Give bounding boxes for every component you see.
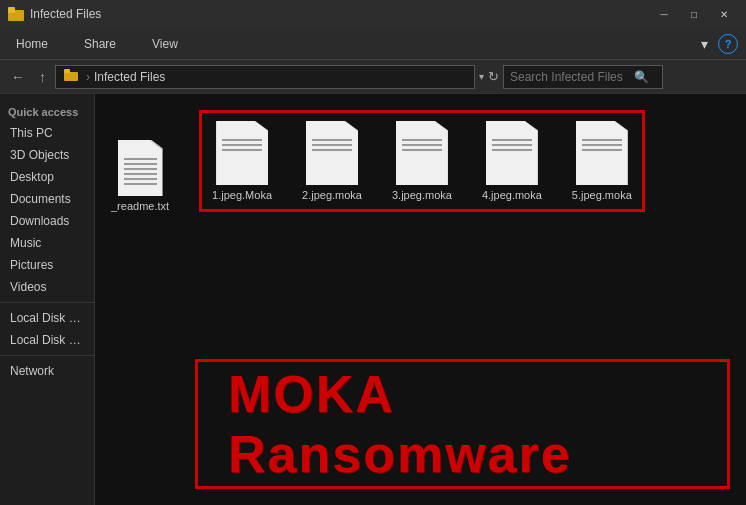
ribbon-tab-share[interactable]: Share xyxy=(76,33,124,55)
svg-rect-3 xyxy=(64,72,78,81)
doc-line xyxy=(492,149,532,151)
search-box[interactable]: 🔍 xyxy=(503,65,663,89)
doc-line xyxy=(124,183,157,185)
minimize-button[interactable]: ─ xyxy=(650,4,678,24)
file-icon-moka-3 xyxy=(396,121,448,185)
file-label-moka-4: 4.jpeg.moka xyxy=(482,189,542,201)
doc-line xyxy=(124,163,157,165)
doc-line xyxy=(492,139,532,141)
sidebar-item-this-pc[interactable]: This PC xyxy=(0,122,94,144)
doc-line xyxy=(582,149,622,151)
file-area: _readme.txt 1.jpeg.Moka xyxy=(95,94,746,505)
doc-line xyxy=(222,139,262,141)
file-icon-moka-1 xyxy=(216,121,268,185)
doc-line xyxy=(124,168,157,170)
sidebar-divider-2 xyxy=(0,355,94,356)
doc-line xyxy=(402,139,442,141)
maximize-button[interactable]: □ xyxy=(680,4,708,24)
doc-line xyxy=(402,149,442,151)
doc-line xyxy=(492,144,532,146)
doc-line xyxy=(582,139,622,141)
doc-line xyxy=(124,158,157,160)
ribbon-tab-view[interactable]: View xyxy=(144,33,186,55)
doc-line xyxy=(312,149,352,151)
svg-rect-2 xyxy=(8,7,15,11)
file-icon-moka-5 xyxy=(576,121,628,185)
sidebar-item-local-d[interactable]: Local Disk (D:) xyxy=(0,329,94,351)
file-icon-readme xyxy=(118,140,163,196)
moka-files-group: 1.jpeg.Moka 2.jpeg.moka xyxy=(199,110,645,212)
doc-line xyxy=(312,139,352,141)
file-icon-moka-4 xyxy=(486,121,538,185)
doc-lines-4 xyxy=(492,139,532,151)
address-separator: › xyxy=(86,70,90,84)
doc-line xyxy=(312,144,352,146)
sidebar-item-local-c[interactable]: Local Disk (C:) xyxy=(0,307,94,329)
svg-rect-4 xyxy=(64,69,70,73)
address-path[interactable]: › Infected Files xyxy=(55,65,475,89)
doc-lines-3 xyxy=(402,139,442,151)
ribbon-chevron-button[interactable]: ▾ xyxy=(695,34,714,54)
up-button[interactable]: ↑ xyxy=(34,66,51,88)
address-current: Infected Files xyxy=(94,70,165,84)
file-label-readme: _readme.txt xyxy=(111,200,169,212)
ribbon-controls: ▾ ? xyxy=(695,34,738,54)
refresh-button[interactable]: ↻ xyxy=(488,69,499,84)
title-bar-left: Infected Files xyxy=(8,6,101,22)
sidebar-item-downloads[interactable]: Downloads xyxy=(0,210,94,232)
doc-line xyxy=(124,173,157,175)
close-button[interactable]: ✕ xyxy=(710,4,738,24)
doc-line xyxy=(222,144,262,146)
sidebar: Quick access This PC 3D Objects Desktop … xyxy=(0,94,95,505)
sidebar-item-3d-objects[interactable]: 3D Objects xyxy=(0,144,94,166)
file-item-moka-2[interactable]: 2.jpeg.moka xyxy=(302,121,362,201)
file-label-moka-2: 2.jpeg.moka xyxy=(302,189,362,201)
title-bar: Infected Files ─ □ ✕ xyxy=(0,0,746,28)
doc-lines-2 xyxy=(312,139,352,151)
ransomware-box: MOKA Ransomware xyxy=(195,359,730,489)
doc-lines-5 xyxy=(582,139,622,151)
file-item-moka-1[interactable]: 1.jpeg.Moka xyxy=(212,121,272,201)
back-button[interactable]: ← xyxy=(6,66,30,88)
file-item-moka-3[interactable]: 3.jpeg.moka xyxy=(392,121,452,201)
files-row: _readme.txt 1.jpeg.Moka xyxy=(111,110,730,212)
address-dropdown: ▾ ↻ xyxy=(479,69,499,84)
sidebar-item-desktop[interactable]: Desktop xyxy=(0,166,94,188)
ransomware-message: MOKA Ransomware xyxy=(228,364,697,484)
sidebar-item-documents[interactable]: Documents xyxy=(0,188,94,210)
doc-lines-1 xyxy=(222,139,262,151)
sidebar-divider-1 xyxy=(0,302,94,303)
file-item-moka-5[interactable]: 5.jpeg.moka xyxy=(572,121,632,201)
address-dropdown-button[interactable]: ▾ xyxy=(479,71,484,82)
doc-line xyxy=(124,178,157,180)
file-icon-moka-2 xyxy=(306,121,358,185)
ribbon-tab-home[interactable]: Home xyxy=(8,33,56,55)
file-label-moka-3: 3.jpeg.moka xyxy=(392,189,452,201)
main-area: Quick access This PC 3D Objects Desktop … xyxy=(0,94,746,505)
window-controls: ─ □ ✕ xyxy=(650,4,738,24)
address-bar: ← ↑ › Infected Files ▾ ↻ 🔍 xyxy=(0,60,746,94)
sidebar-item-network[interactable]: Network xyxy=(0,360,94,382)
doc-line xyxy=(582,144,622,146)
file-label-moka-1: 1.jpeg.Moka xyxy=(212,189,272,201)
ribbon: Home Share View ▾ ? xyxy=(0,28,746,60)
file-item-readme[interactable]: _readme.txt xyxy=(111,140,169,212)
address-root-icon xyxy=(64,69,78,84)
quick-access-header: Quick access xyxy=(0,102,94,122)
sidebar-item-pictures[interactable]: Pictures xyxy=(0,254,94,276)
search-input[interactable] xyxy=(510,70,630,84)
doc-line xyxy=(402,144,442,146)
ribbon-help-button[interactable]: ? xyxy=(718,34,738,54)
doc-line xyxy=(222,149,262,151)
file-item-moka-4[interactable]: 4.jpeg.moka xyxy=(482,121,542,201)
window-title: Infected Files xyxy=(30,7,101,21)
sidebar-item-videos[interactable]: Videos xyxy=(0,276,94,298)
sidebar-item-music[interactable]: Music xyxy=(0,232,94,254)
search-icon: 🔍 xyxy=(634,70,649,84)
doc-lines-readme xyxy=(124,158,157,185)
file-label-moka-5: 5.jpeg.moka xyxy=(572,189,632,201)
folder-icon xyxy=(8,6,24,22)
